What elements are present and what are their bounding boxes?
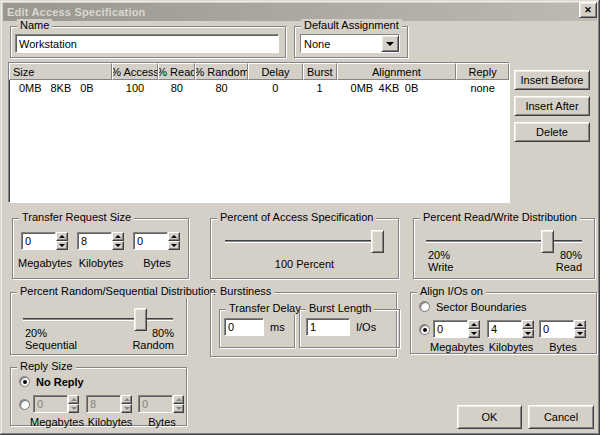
percent-access-slider-thumb[interactable]	[371, 230, 384, 253]
sequential-label: Sequential	[25, 339, 77, 351]
arrow-down-icon	[577, 332, 583, 335]
spin-up-button[interactable]	[522, 320, 534, 329]
col-header-delay[interactable]: Delay	[248, 63, 303, 80]
size-b: 0B	[80, 82, 93, 94]
spin-up-button[interactable]	[112, 232, 124, 241]
arrow-up-icon	[71, 398, 77, 401]
trs-kilobytes-stepper[interactable]	[77, 232, 124, 250]
spin-up-button[interactable]	[468, 320, 480, 329]
align-kilobytes-stepper[interactable]	[487, 320, 534, 338]
align-megabytes-stepper[interactable]	[433, 320, 480, 338]
trs-bytes-stepper[interactable]	[133, 232, 180, 250]
size-kb: 8KB	[51, 82, 72, 94]
read-write-slider-thumb[interactable]	[541, 230, 554, 253]
delete-button[interactable]: Delete	[514, 122, 590, 142]
burst-length-label: Burst Length	[306, 302, 374, 315]
name-input[interactable]	[15, 34, 279, 53]
percent-access-spec-group: Percent of Access Specification 100 Perc…	[210, 218, 399, 279]
trs-megabytes-stepper[interactable]	[21, 232, 68, 250]
transfer-delay-unit: ms	[270, 321, 285, 333]
align-megabytes-unit: Megabytes	[427, 341, 487, 353]
cell-delay: 0	[248, 82, 303, 94]
arrow-down-icon	[176, 407, 182, 410]
ok-button[interactable]: OK	[457, 405, 522, 429]
spin-up-button	[121, 395, 132, 404]
spin-down-button[interactable]	[56, 241, 68, 250]
align-bytes-stepper[interactable]	[539, 320, 586, 338]
arrow-up-icon	[115, 235, 121, 238]
random-seq-slider-thumb[interactable]	[134, 308, 147, 331]
col-header-access[interactable]: % Access	[112, 63, 159, 80]
reply-bytes-input	[138, 395, 173, 413]
dropdown-arrow-button[interactable]	[381, 35, 399, 52]
insert-before-button[interactable]: Insert Before	[514, 70, 590, 90]
table-row[interactable]: 0MB 8KB 0B 100 80 80 0 1 0MB 4KB 0B none	[9, 80, 509, 95]
read-write-slider-track[interactable]	[426, 240, 582, 243]
read-label: Read	[556, 261, 582, 273]
reply-kilobytes-unit: Kilobytes	[80, 416, 140, 428]
default-assignment-value: None	[301, 35, 381, 52]
titlebar[interactable]: Edit Access Specification	[3, 3, 597, 21]
spin-up-button	[68, 395, 79, 404]
reply-kilobytes-input	[86, 395, 121, 413]
default-assignment-label: Default Assignment	[301, 19, 402, 32]
trs-kilobytes-input[interactable]	[77, 232, 112, 250]
random-seq-slider-track[interactable]	[23, 318, 173, 321]
reply-megabytes-input	[33, 395, 68, 413]
align-bytes-input[interactable]	[539, 320, 574, 338]
align-custom-radio[interactable]	[419, 324, 430, 335]
col-header-reply[interactable]: Reply	[456, 63, 509, 80]
insert-after-button[interactable]: Insert After	[514, 96, 590, 116]
spin-up-button[interactable]	[56, 232, 68, 241]
cell-read: 80	[158, 82, 195, 94]
burstiness-group: Burstiness Transfer Delay ms Burst Lengt…	[210, 292, 397, 357]
reply-bytes-stepper[interactable]	[138, 395, 184, 413]
trs-megabytes-unit: Megabytes	[15, 257, 75, 269]
close-button[interactable]: ✕	[579, 2, 597, 18]
read-write-dist-group: Percent Read/Write Distribution 20% Writ…	[413, 218, 595, 279]
spin-down-button	[68, 404, 79, 413]
name-group-label: Name	[17, 19, 52, 32]
no-reply-radio[interactable]	[19, 376, 30, 387]
arrow-up-icon	[176, 398, 182, 401]
percent-access-slider-track[interactable]	[225, 240, 383, 243]
spin-up-button[interactable]	[168, 232, 180, 241]
no-reply-label: No Reply	[36, 376, 84, 388]
spin-down-button[interactable]	[522, 329, 534, 338]
col-header-burst[interactable]: Burst	[303, 63, 337, 80]
align-kilobytes-input[interactable]	[487, 320, 522, 338]
col-header-size[interactable]: Size	[9, 63, 112, 80]
sector-boundaries-radio[interactable]	[419, 301, 430, 312]
align-megabytes-input[interactable]	[433, 320, 468, 338]
reply-bytes-unit: Bytes	[132, 416, 192, 428]
reply-custom-radio[interactable]	[19, 399, 30, 410]
spin-up-button	[173, 395, 184, 404]
transfer-delay-input[interactable]	[224, 318, 264, 336]
name-group: Name	[10, 26, 286, 58]
cancel-button[interactable]: Cancel	[528, 405, 594, 429]
spin-up-button[interactable]	[574, 320, 586, 329]
burstiness-label: Burstiness	[217, 285, 274, 298]
trs-bytes-input[interactable]	[133, 232, 168, 250]
sequential-pct: 20%	[25, 327, 47, 339]
trs-bytes-unit: Bytes	[127, 257, 187, 269]
align-bytes-unit: Bytes	[533, 341, 593, 353]
burst-length-input[interactable]	[306, 318, 350, 336]
random-pct: 80%	[152, 327, 174, 339]
col-header-read[interactable]: % Read	[158, 63, 195, 80]
col-header-random[interactable]: % Random	[195, 63, 248, 80]
default-assignment-dropdown[interactable]: None	[300, 34, 400, 53]
spin-down-button[interactable]	[468, 329, 480, 338]
burst-length-unit: I/Os	[356, 321, 376, 333]
random-seq-dist-group: Percent Random/Sequential Distribution 2…	[10, 292, 187, 355]
spin-down-button[interactable]	[112, 241, 124, 250]
spin-down-button[interactable]	[574, 329, 586, 338]
spin-down-button[interactable]	[168, 241, 180, 250]
sector-boundaries-label: Sector Boundaries	[436, 301, 527, 313]
reply-kilobytes-stepper[interactable]	[86, 395, 132, 413]
reply-megabytes-stepper[interactable]	[33, 395, 79, 413]
arrow-down-icon	[71, 407, 77, 410]
trs-megabytes-input[interactable]	[21, 232, 56, 250]
access-spec-list[interactable]: Size % Access % Read % Random Delay Burs…	[8, 62, 510, 203]
col-header-alignment[interactable]: Alignment	[337, 63, 457, 80]
